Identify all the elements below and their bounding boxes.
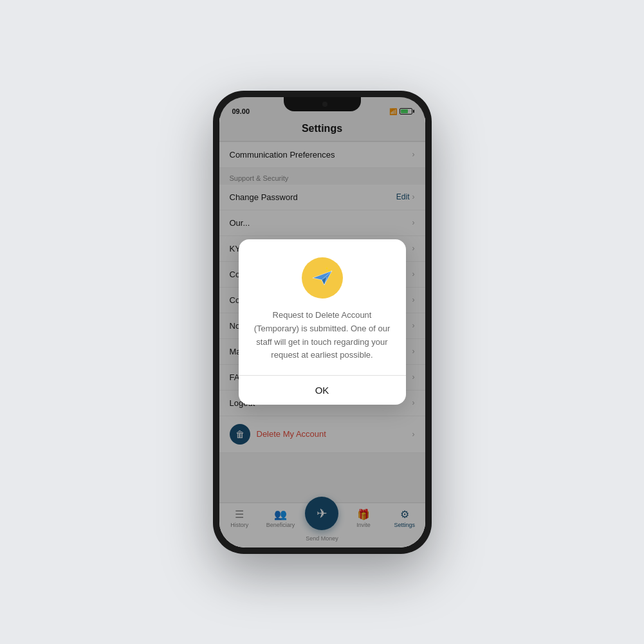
modal-message: Request to Delete Account (Temporary) is… bbox=[254, 309, 391, 362]
svg-point-1 bbox=[326, 268, 327, 269]
modal-box: Request to Delete Account (Temporary) is… bbox=[239, 239, 406, 405]
modal-overlay: Request to Delete Account (Temporary) is… bbox=[219, 97, 425, 547]
modal-ok-button[interactable]: OK bbox=[239, 376, 406, 405]
phone-outer: 09.00 📶 Settings Communication Preferenc… bbox=[213, 91, 432, 554]
phone-screen: 09.00 📶 Settings Communication Preferenc… bbox=[219, 97, 425, 547]
modal-icon bbox=[302, 257, 343, 299]
